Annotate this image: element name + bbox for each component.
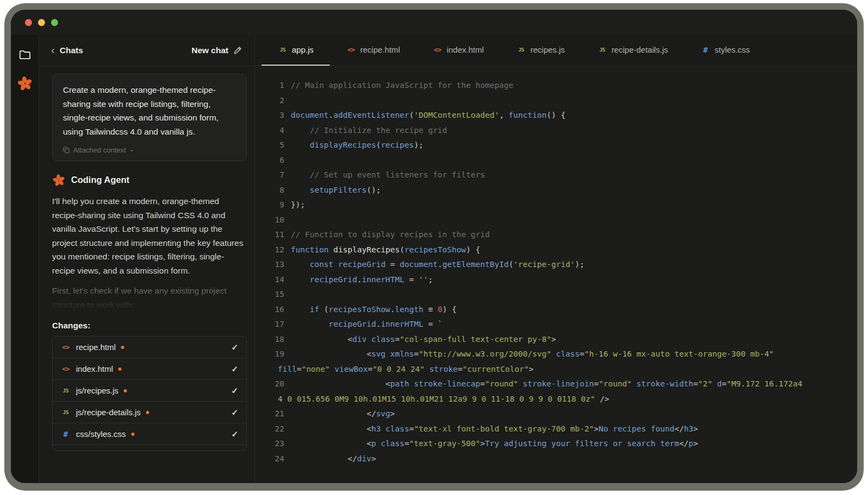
line-number: 10	[265, 213, 284, 228]
code-line: 4 0 015.656 0M9 10h.01M15 10h.01M21 12a9…	[265, 392, 857, 407]
project-files-button[interactable]	[17, 47, 33, 63]
tab-recipe-details.js[interactable]: JSrecipe-details.js	[581, 35, 684, 66]
line-number: 15	[265, 287, 284, 302]
chat-transcript: Create a modern, orange-themed recipe-sh…	[39, 66, 254, 483]
code-line: fill="none" viewBox="0 0 24 24" stroke="…	[265, 362, 857, 377]
agent-response: I'll help you create a modern, orange-th…	[52, 194, 247, 277]
line-number: 12	[265, 243, 284, 258]
code-line: 23 <p class="text-gray-500">Try adjustin…	[265, 436, 857, 452]
change-row-index.html[interactable]: <>index.html✓	[53, 358, 246, 380]
chevron-left-icon: ‹	[51, 44, 55, 55]
code-text: // Initialize the recipe grid	[291, 123, 447, 138]
code-text: });	[291, 198, 305, 213]
changes-label: Changes:	[52, 321, 247, 331]
chevron-down-icon: ⌄	[129, 145, 135, 153]
line-number: 17	[265, 317, 284, 332]
css-file-icon: #	[700, 46, 710, 54]
user-message-text: Create a modern, orange-themed recipe-sh…	[63, 83, 236, 138]
check-icon: ✓	[231, 386, 238, 396]
code-text: <svg xmlns="http://www.w3.org/2000/svg" …	[291, 347, 774, 362]
code-line: 5 displayRecipes(recipes);	[265, 138, 857, 153]
changes-list: <>recipe.html✓<>index.html✓JSjs/recipes.…	[52, 336, 247, 451]
code-text: // Set up event listeners for filters	[291, 168, 485, 183]
agent-response-faded: First, let's check if we have any existi…	[52, 284, 247, 311]
copy-icon	[63, 147, 70, 154]
code-line: 19 <svg xmlns="http://www.w3.org/2000/sv…	[265, 347, 857, 362]
change-row-js/recipes.js[interactable]: JSjs/recipes.js✓	[53, 380, 246, 402]
code-text: <path stroke-linecap="round" stroke-line…	[291, 377, 802, 392]
app-window: ‹ Chats New chat Create a modern, orange…	[11, 10, 857, 483]
check-icon: ✓	[231, 429, 238, 439]
chat-panel: ‹ Chats New chat Create a modern, orange…	[39, 35, 255, 483]
line-number: 24	[265, 452, 284, 467]
line-number: 1	[265, 78, 284, 93]
code-text: </div>	[291, 452, 376, 467]
line-number: 6	[265, 153, 284, 168]
change-file-name: js/recipe-details.js	[76, 408, 141, 417]
change-row-recipe.html[interactable]: <>recipe.html✓	[53, 337, 246, 358]
pencil-icon	[233, 46, 242, 55]
code-line: 11// Function to display recipes in the …	[265, 227, 857, 243]
window-frame: ‹ Chats New chat Create a modern, orange…	[4, 3, 864, 491]
attached-context-chip[interactable]: Attached context ⌄	[63, 146, 236, 154]
line-number: 9	[265, 198, 284, 213]
zoom-button[interactable]	[51, 19, 58, 26]
main-area: ‹ Chats New chat Create a modern, orange…	[11, 35, 857, 483]
tab-recipe.html[interactable]: <>recipe.html	[330, 35, 416, 66]
code-text: displayRecipes(recipes);	[291, 138, 423, 153]
code-line: 12function displayRecipes(recipesToShow)…	[265, 243, 857, 258]
code-line: 8 setupFilters();	[265, 183, 857, 198]
change-file-name: css/styles.css	[76, 429, 126, 439]
change-row-js/recipe-details.js[interactable]: JSjs/recipe-details.js✓	[53, 402, 246, 423]
change-file-name: index.html	[76, 364, 113, 373]
html-file-icon: <>	[432, 46, 442, 54]
js-file-icon: JS	[516, 47, 526, 53]
code-line: 1// Main application JavaScript for the …	[265, 78, 857, 93]
js-file-icon: JS	[597, 47, 607, 53]
line-number: 7	[265, 168, 284, 183]
coding-agent-button[interactable]	[17, 75, 33, 91]
user-message: Create a modern, orange-themed recipe-sh…	[52, 74, 247, 161]
agent-name: Coding Agent	[71, 175, 130, 185]
line-number: 19	[265, 347, 284, 362]
modified-dot-icon	[118, 367, 122, 371]
code-text: // Main application JavaScript for the h…	[291, 78, 513, 93]
folder-icon	[18, 48, 32, 62]
agent-header: Coding Agent	[52, 173, 247, 187]
code-text: <h3 class="text-xl font-bold text-gray-7…	[291, 422, 698, 437]
line-number: 11	[265, 227, 284, 243]
line-number: 23	[265, 436, 284, 452]
attached-context-label: Attached context	[73, 146, 126, 154]
line-number	[265, 392, 271, 407]
code-line: 6	[265, 153, 857, 168]
tab-recipes.js[interactable]: JSrecipes.js	[500, 35, 581, 66]
change-file-name: recipe.html	[76, 342, 116, 352]
tab-index.html[interactable]: <>index.html	[416, 35, 500, 66]
line-number: 5	[265, 138, 284, 153]
code-line: 15	[265, 287, 857, 302]
code-text: <div class="col-span-full text-center py…	[291, 332, 556, 347]
close-button[interactable]	[25, 19, 32, 26]
code-text: recipeGrid.innerHTML = '';	[291, 272, 433, 288]
modified-dot-icon	[131, 433, 135, 436]
code-line: 14 recipeGrid.innerHTML = '';	[265, 272, 857, 288]
code-text: 4 0 015.656 0M9 10h.01M15 10h.01M21 12a9…	[278, 392, 609, 407]
line-number: 14	[265, 272, 284, 288]
code-line: 21 </svg>	[265, 407, 857, 422]
line-number: 13	[265, 257, 284, 272]
chats-back-button[interactable]: ‹ Chats	[51, 46, 83, 55]
html-file-icon: <>	[61, 365, 71, 373]
minimize-button[interactable]	[38, 19, 45, 26]
tab-label: recipes.js	[531, 45, 565, 54]
editor-panel: JSapp.js<>recipe.html<>index.htmlJSrecip…	[255, 35, 857, 483]
tab-app.js[interactable]: JSapp.js	[261, 35, 330, 66]
change-row-css/styles.css[interactable]: #css/styles.css✓	[53, 423, 246, 445]
new-chat-button[interactable]: New chat	[192, 46, 242, 55]
line-number	[265, 362, 271, 377]
css-file-icon: #	[61, 430, 71, 439]
tab-styles.css[interactable]: #styles.css	[684, 35, 766, 66]
code-editor[interactable]: 1// Main application JavaScript for the …	[255, 66, 857, 483]
check-icon: ✓	[231, 364, 238, 374]
code-text: recipeGrid.innerHTML = `	[291, 317, 442, 332]
code-line: 3document.addEventListener('DOMContentLo…	[265, 108, 857, 123]
